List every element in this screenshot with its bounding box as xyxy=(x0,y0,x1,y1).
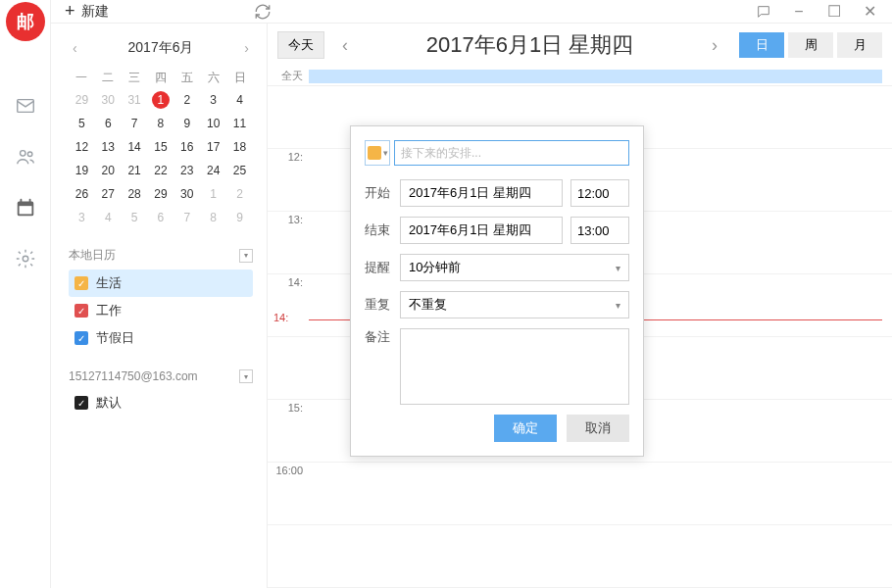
hour-label: 12: xyxy=(268,149,309,211)
svg-rect-0 xyxy=(17,100,33,113)
mini-cal-day[interactable]: 23 xyxy=(173,159,200,182)
svg-point-2 xyxy=(27,152,32,157)
sidebar: ‹ 2017年6月 › 一二三四五六日 29303112345678910111… xyxy=(51,24,267,588)
mini-cal-day[interactable]: 5 xyxy=(69,112,95,135)
plus-icon: + xyxy=(65,1,75,22)
hour-row[interactable] xyxy=(268,525,892,588)
mini-cal-day[interactable]: 17 xyxy=(200,135,226,159)
mini-cal-day[interactable]: 2 xyxy=(173,88,200,112)
hour-label: 14: xyxy=(268,274,309,336)
reminder-select[interactable]: 10分钟前▾ xyxy=(400,254,629,281)
mail-icon[interactable] xyxy=(14,94,37,118)
start-label: 开始 xyxy=(365,184,400,202)
new-button[interactable]: + 新建 xyxy=(65,1,109,22)
app-logo: 邮 xyxy=(6,2,45,41)
mini-cal-day[interactable]: 1 xyxy=(200,182,226,206)
calendar-item[interactable]: ✓节假日 xyxy=(69,324,253,352)
end-date-input[interactable]: 2017年6月1日 星期四 xyxy=(400,217,563,244)
close-button[interactable]: ✕ xyxy=(861,3,878,21)
mini-cal-day[interactable]: 25 xyxy=(226,159,253,182)
mini-cal-day[interactable]: 20 xyxy=(95,159,122,182)
calendar-picker[interactable]: ▾ xyxy=(365,140,390,166)
date-title: 2017年6月1日 星期四 xyxy=(366,30,694,60)
refresh-icon[interactable] xyxy=(254,3,272,21)
mini-cal-day[interactable]: 26 xyxy=(69,182,95,206)
svg-rect-6 xyxy=(28,199,30,204)
new-event-dialog: ▾ 开始 2017年6月1日 星期四 12:00 结束 2017年6月1日 星期… xyxy=(350,125,644,457)
repeat-select[interactable]: 不重复▾ xyxy=(400,291,629,318)
mini-cal-day[interactable]: 3 xyxy=(200,88,226,112)
mini-cal-day[interactable]: 30 xyxy=(95,88,122,112)
mini-cal-day[interactable]: 4 xyxy=(95,206,122,229)
start-time-input[interactable]: 12:00 xyxy=(570,179,629,207)
calendar-item-label: 默认 xyxy=(96,394,122,412)
mini-cal-day[interactable]: 18 xyxy=(226,135,253,159)
mini-cal-day[interactable]: 30 xyxy=(173,182,200,206)
mini-cal-day[interactable]: 28 xyxy=(122,182,148,206)
mini-cal-day[interactable]: 11 xyxy=(226,112,253,135)
calendar-item[interactable]: ✓生活 xyxy=(69,270,253,297)
mini-cal-day[interactable]: 5 xyxy=(122,206,148,229)
mini-cal-day[interactable]: 8 xyxy=(148,112,174,135)
hour-row[interactable]: 16:00 xyxy=(268,463,892,525)
event-title-input[interactable] xyxy=(394,140,629,166)
today-button[interactable]: 今天 xyxy=(277,31,324,59)
calendar-checkbox[interactable]: ✓ xyxy=(74,276,88,290)
mini-cal-day[interactable]: 1 xyxy=(148,88,174,112)
mini-cal-day[interactable]: 4 xyxy=(226,88,253,112)
minimize-button[interactable]: − xyxy=(790,3,808,21)
calendar-item[interactable]: ✓工作 xyxy=(69,297,253,324)
settings-icon[interactable] xyxy=(14,247,37,270)
mini-cal-day[interactable]: 6 xyxy=(148,206,174,229)
end-time-input[interactable]: 13:00 xyxy=(570,217,629,244)
prev-day-button[interactable]: ‹ xyxy=(324,35,366,56)
memo-textarea[interactable] xyxy=(400,328,629,405)
mini-cal-day[interactable]: 10 xyxy=(200,112,226,135)
calendar-item[interactable]: ✓默认 xyxy=(69,389,253,416)
ok-button[interactable]: 确定 xyxy=(494,415,557,442)
mini-cal-day[interactable]: 3 xyxy=(69,206,95,229)
group-caret-icon[interactable]: ▾ xyxy=(239,249,253,263)
prev-month-button[interactable]: ‹ xyxy=(69,40,81,56)
start-date-input[interactable]: 2017年6月1日 星期四 xyxy=(400,179,563,207)
contacts-icon[interactable] xyxy=(14,145,37,169)
mini-cal-day[interactable]: 29 xyxy=(69,88,95,112)
mini-cal-day[interactable]: 27 xyxy=(95,182,122,206)
next-month-button[interactable]: › xyxy=(240,40,253,56)
maximize-button[interactable]: ☐ xyxy=(825,3,843,21)
allday-strip[interactable] xyxy=(309,70,882,83)
cancel-button[interactable]: 取消 xyxy=(567,415,629,442)
mini-cal-day[interactable]: 22 xyxy=(148,159,174,182)
mini-cal-day[interactable]: 9 xyxy=(226,206,253,229)
mini-cal-day[interactable]: 19 xyxy=(69,159,95,182)
mini-cal-day[interactable]: 15 xyxy=(148,135,174,159)
view-month-tab[interactable]: 月 xyxy=(837,32,882,58)
mini-cal-day[interactable]: 7 xyxy=(173,206,200,229)
calendar-checkbox[interactable]: ✓ xyxy=(74,396,88,410)
calendar-color-swatch xyxy=(368,146,381,160)
calendar-item-label: 节假日 xyxy=(96,329,134,347)
comment-icon[interactable] xyxy=(755,3,772,21)
mini-cal-day[interactable]: 16 xyxy=(173,135,200,159)
mini-cal-day[interactable]: 21 xyxy=(122,159,148,182)
next-day-button[interactable]: › xyxy=(694,35,735,56)
mini-cal-day[interactable]: 29 xyxy=(148,182,174,206)
mini-cal-day[interactable]: 6 xyxy=(95,112,122,135)
end-label: 结束 xyxy=(365,221,400,239)
mini-cal-day[interactable]: 7 xyxy=(122,112,148,135)
mini-cal-day[interactable]: 31 xyxy=(122,88,148,112)
view-week-tab[interactable]: 周 xyxy=(788,32,833,58)
calendar-checkbox[interactable]: ✓ xyxy=(74,331,88,345)
mini-cal-day[interactable]: 13 xyxy=(95,135,122,159)
group-caret-icon[interactable]: ▾ xyxy=(239,369,253,383)
calendar-icon[interactable] xyxy=(14,196,37,220)
mini-cal-day[interactable]: 2 xyxy=(226,182,253,206)
mini-cal-day[interactable]: 24 xyxy=(200,159,226,182)
mini-cal-day[interactable]: 14 xyxy=(122,135,148,159)
mini-cal-day[interactable]: 8 xyxy=(200,206,226,229)
view-day-tab[interactable]: 日 xyxy=(739,32,784,58)
toolbar: + 新建 − ☐ ✕ xyxy=(51,0,892,24)
mini-cal-day[interactable]: 9 xyxy=(173,112,200,135)
mini-cal-day[interactable]: 12 xyxy=(69,135,95,159)
calendar-checkbox[interactable]: ✓ xyxy=(74,304,88,318)
